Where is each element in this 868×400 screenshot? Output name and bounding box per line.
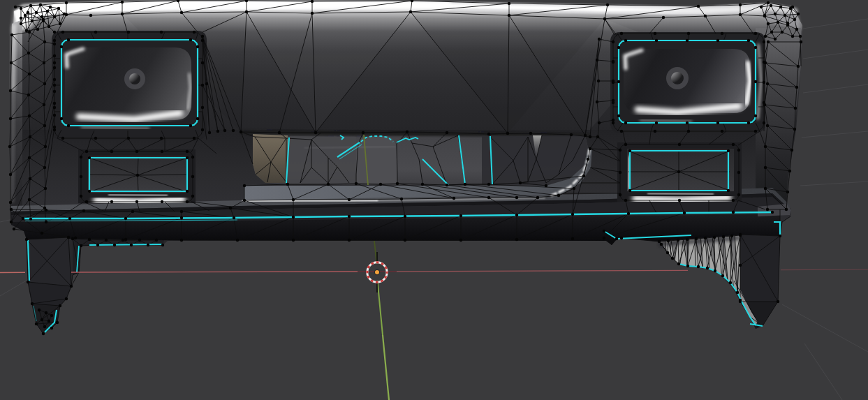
headlight-left-bolt-core: [129, 73, 140, 84]
blender-3d-viewport[interactable]: [0, 0, 868, 400]
signal-left-glow-bottom: [96, 199, 182, 202]
headlight-right-bolt-core: [671, 72, 684, 84]
cursor-center-dot: [374, 269, 379, 274]
viewport-canvas[interactable]: [0, 0, 868, 400]
top-band-bright-left: [24, 4, 447, 9]
x-axis-line: [71, 272, 358, 272]
grille-mid-panel: [288, 136, 356, 184]
x-axis-line: [781, 269, 868, 270]
headlight-left-below-rim: [82, 127, 149, 128]
signal-right-glow-bottom2: [648, 193, 713, 194]
signal-left-glow-bottom2: [109, 195, 167, 195]
bumper-crease-specular: [243, 200, 377, 201]
signal-right-glow-bottom: [635, 198, 728, 200]
grille-arch-recess: [356, 136, 397, 184]
signal-right-glow-left: [628, 157, 629, 188]
sharp-arch-left-jut: [89, 244, 163, 245]
headlight-right-below-rim: [640, 120, 691, 121]
